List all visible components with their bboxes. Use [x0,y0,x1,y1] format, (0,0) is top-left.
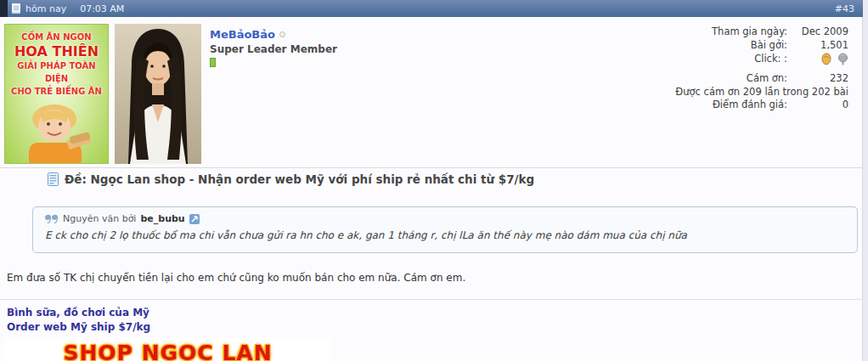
quote-box: Nguyên văn bởi be_bubu E ck cho chị 2 lọ… [32,206,858,253]
post-title-row: Đề: Ngọc Lan shop - Nhận order web Mỹ vớ… [48,172,534,186]
quote-prefix: Nguyên văn bởi [63,213,136,224]
post-date: hôm nay [25,3,66,14]
ad-text: CHO TRẺ BIẾNG ĂN [5,85,108,98]
page-icon [12,3,20,14]
offline-status-icon [279,31,285,37]
user-rank: Super Leader Member [210,43,337,55]
quote-icon [45,214,59,224]
ad-brand-text: HOA THIÊN [5,43,108,59]
signature-line: Bình sữa, đồ chơi của Mỹ [7,307,149,319]
stat-value: 232 [796,72,848,85]
quote-author-link[interactable]: be_bubu [140,213,184,224]
ad-child-illustration [10,100,104,164]
post-body: Em đưa số TK chị chuyển tiền lại cho em … [7,272,848,284]
forum-post: hôm nay 07:03 AM #43 CỐM ĂN NGON HOA THI… [0,0,863,361]
gray-award-icon [837,53,848,65]
post-header-bar: hôm nay 07:03 AM #43 [0,0,863,17]
signature-divider [0,299,863,300]
ad-banner-image[interactable]: CỐM ĂN NGON HOA THIÊN GIẢI PHÁP TOÀN DIỆ… [4,24,109,164]
signature-banner-image[interactable]: SHOP NGỌC LAN [4,337,331,361]
gold-award-icon [820,53,832,65]
signature-line: Order web Mỹ ship $7/kg [7,321,150,333]
ad-text: GIẢI PHÁP TOÀN DIỆN [5,59,108,85]
post-icon [48,172,59,186]
divider [0,167,863,168]
post-time: 07:03 AM [80,3,124,14]
post-title: Đề: Ngọc Lan shop - Nhận order web Mỹ vớ… [65,172,534,186]
view-post-icon[interactable] [189,214,200,224]
username-link[interactable]: MeBảoBảo [210,28,275,41]
stat-label: Cám ơn: [638,72,787,85]
stat-label: Bài gởi: [638,39,787,52]
stat-value: 1,501 [796,39,848,52]
user-info: MeBảoBảo Super Leader Member [210,28,337,67]
ad-text: CỐM ĂN NGON [5,31,108,43]
stat-label: Điểm đánh giá: [638,99,787,111]
reputation-icon [210,58,216,67]
shop-banner-text: SHOP NGỌC LAN [63,341,272,361]
stat-value: 0 [796,99,848,111]
thanked-summary: Được cám ơn 209 lần trong 202 bài [638,86,848,99]
quote-text: E ck cho chị 2 lọ thuốc bổ ma chi vẫn ch… [45,229,847,241]
stat-label: Click: : [638,53,787,65]
stat-label: Tham gia ngày: [638,25,787,38]
user-stats: Tham gia ngày: Dec 2009 Bài gởi: 1,501 C… [638,25,848,112]
stat-value: Dec 2009 [796,25,848,38]
avatar[interactable] [115,24,201,164]
post-number-link[interactable]: #43 [835,3,854,14]
